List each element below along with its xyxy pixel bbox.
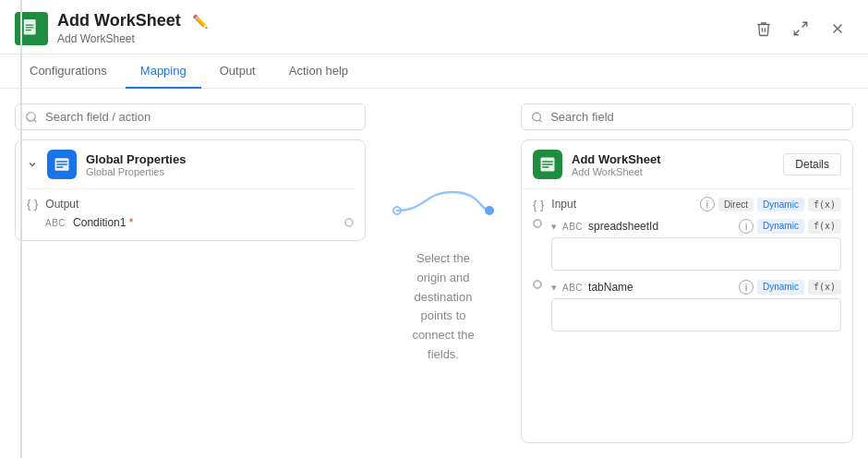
input-badges: i Direct Dynamic f(x) — [700, 197, 841, 211]
fx-badge: f(x) — [808, 198, 841, 211]
field-label-row-spreadsheetid: ▾ ABC spreadsheetId i Dynamic f(x) — [551, 219, 841, 234]
svg-rect-2 — [26, 27, 34, 28]
svg-rect-19 — [542, 162, 553, 163]
svg-line-4 — [802, 22, 807, 27]
svg-point-8 — [27, 113, 35, 121]
svg-rect-20 — [542, 164, 553, 166]
right-card-subtitle: Add WorkSheet — [572, 166, 661, 177]
field-tabname: ▾ ABC tabName i Dynamic f(x) — [533, 280, 841, 332]
input-label-text: Input — [551, 198, 576, 211]
right-card: Add WorkSheet Add WorkSheet Details { } … — [521, 139, 853, 443]
collapse-indicator-tabname[interactable]: ▾ — [551, 282, 557, 294]
tabname-badges: i Dynamic f(x) — [739, 280, 841, 295]
right-card-titles: Add WorkSheet Add WorkSheet — [572, 152, 661, 177]
right-search-icon — [531, 111, 543, 124]
page-title: Add WorkSheet — [57, 11, 181, 31]
card-titles: Global Properties Global Properties — [86, 152, 186, 177]
required-star: * — [129, 216, 134, 229]
tab-configurations[interactable]: Configurations — [15, 54, 122, 89]
details-button[interactable]: Details — [783, 153, 841, 175]
tab-action-help[interactable]: Action help — [274, 54, 363, 89]
dynamic-badge: Dynamic — [757, 198, 804, 211]
card-subtitle: Global Properties — [86, 166, 186, 177]
right-search-input[interactable] — [550, 110, 843, 124]
connector-svg — [388, 183, 499, 242]
tabname-fx-badge: f(x) — [808, 280, 841, 295]
tabname-abc: ABC — [562, 283, 583, 293]
svg-rect-21 — [542, 167, 549, 169]
svg-rect-0 — [24, 19, 36, 34]
svg-line-17 — [539, 119, 541, 121]
center-message: Select the origin and destination points… — [412, 249, 474, 365]
spreadsheetid-dynamic-badge: Dynamic — [757, 219, 804, 234]
info-icon[interactable]: i — [700, 197, 715, 211]
card-title: Global Properties — [86, 152, 186, 166]
page-subtitle: Add WorkSheet — [57, 31, 208, 47]
left-card: Global Properties Global Properties { } … — [15, 139, 366, 241]
svg-point-16 — [533, 113, 541, 121]
direct-badge: Direct — [718, 198, 753, 211]
spreadsheetid-input[interactable] — [551, 237, 841, 271]
right-card-header: Add WorkSheet Add WorkSheet Details — [522, 140, 852, 188]
right-card-icon — [533, 150, 562, 179]
field-spreadsheetid: ▾ ABC spreadsheetId i Dynamic f(x) — [533, 219, 841, 271]
spreadsheetid-name: spreadsheetId — [588, 220, 658, 233]
right-search-box[interactable] — [521, 103, 853, 130]
edit-icon[interactable]: ✏️ — [192, 14, 208, 29]
abc-label: ABC — [45, 218, 66, 228]
spreadsheetid-abc: ABC — [562, 222, 583, 232]
field-content-spreadsheetid: ▾ ABC spreadsheetId i Dynamic f(x) — [551, 219, 841, 271]
tabname-info-icon[interactable]: i — [739, 280, 753, 295]
svg-rect-1 — [26, 25, 34, 26]
svg-rect-13 — [56, 167, 64, 169]
right-connector-dot-tabname[interactable] — [533, 280, 542, 289]
header-titles: Add WorkSheet ✏️ Add WorkSheet — [57, 11, 208, 46]
svg-rect-12 — [56, 164, 67, 166]
search-input[interactable] — [45, 110, 356, 124]
svg-point-14 — [485, 206, 494, 215]
search-icon — [25, 111, 38, 124]
field-row-tabname: ▾ ABC tabName i Dynamic f(x) — [533, 280, 841, 332]
input-section: { } Input i Direct Dynamic f(x) — [522, 189, 852, 348]
main-content: Global Properties Global Properties { } … — [0, 89, 868, 458]
tab-output[interactable]: Output — [205, 54, 271, 89]
center-area: Select the origin and destination points… — [366, 103, 521, 443]
left-search-box[interactable] — [15, 103, 366, 130]
header-left: Add WorkSheet ✏️ Add WorkSheet — [15, 11, 208, 46]
delete-button[interactable] — [752, 17, 776, 41]
input-curly-icon: { } — [533, 198, 544, 211]
collapse-indicator-spreadsheetid[interactable]: ▾ — [551, 221, 557, 233]
output-label-text: Output — [45, 198, 78, 211]
svg-line-5 — [794, 30, 799, 35]
field-row-spreadsheetid: ▾ ABC spreadsheetId i Dynamic f(x) — [533, 219, 841, 271]
tabname-input[interactable] — [551, 298, 841, 332]
tabname-name: tabName — [588, 281, 633, 294]
svg-rect-3 — [26, 30, 31, 30]
output-curly-icon: { } — [27, 197, 38, 211]
right-connector-dot-spreadsheetid[interactable] — [533, 219, 542, 228]
spreadsheetid-fx-badge: f(x) — [808, 219, 841, 234]
spreadsheetid-badges: i Dynamic f(x) — [739, 219, 841, 234]
output-item: ABC Condition1 * — [27, 212, 354, 233]
field-content-tabname: ▾ ABC tabName i Dynamic f(x) — [551, 280, 841, 332]
input-label-row: { } Input i Direct Dynamic f(x) — [533, 197, 841, 211]
right-panel: Add WorkSheet Add WorkSheet Details { } … — [521, 103, 853, 443]
svg-rect-11 — [56, 162, 67, 163]
expand-button[interactable] — [789, 17, 813, 41]
header: Add WorkSheet ✏️ Add WorkSheet — [0, 0, 868, 54]
tab-bar: Configurations Mapping Output Action hel… — [0, 54, 868, 89]
tab-mapping[interactable]: Mapping — [126, 54, 201, 89]
spreadsheetid-info-icon[interactable]: i — [739, 219, 753, 234]
left-connector-dot[interactable] — [344, 218, 354, 227]
right-card-title: Add WorkSheet — [572, 152, 661, 166]
output-section: { } Output ABC Condition1 * — [16, 189, 365, 240]
header-actions — [752, 17, 850, 41]
close-button[interactable] — [826, 17, 850, 41]
output-label: { } Output — [27, 197, 354, 211]
left-panel: Global Properties Global Properties { } … — [15, 103, 366, 443]
card-icon — [47, 150, 77, 179]
left-card-header: Global Properties Global Properties — [16, 140, 365, 188]
collapse-button[interactable] — [27, 159, 38, 170]
tabname-dynamic-badge: Dynamic — [757, 280, 804, 295]
svg-line-9 — [34, 120, 37, 123]
